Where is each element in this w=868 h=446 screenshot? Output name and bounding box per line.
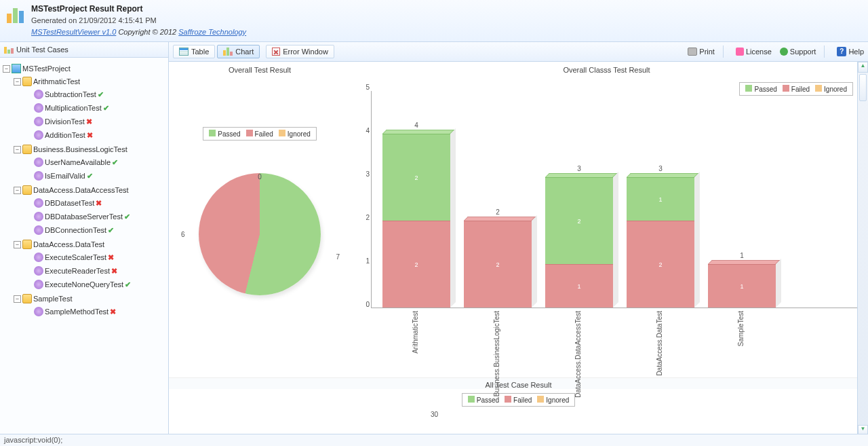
sidebar-title: Unit Test Cases xyxy=(16,45,68,54)
tree-test-node[interactable]: DivisionTest✖ xyxy=(34,115,165,128)
bar-segment-failed: 2 xyxy=(627,221,694,308)
bar-total-label: 4 xyxy=(382,122,450,129)
tree-icon xyxy=(4,45,14,54)
scroll-up-arrow[interactable]: ▲ xyxy=(858,62,868,73)
expand-toggle[interactable]: − xyxy=(14,146,21,153)
x-axis-label: SampleTest xyxy=(737,311,745,346)
x-axis-label: ArithmaticTest xyxy=(412,311,419,354)
sidebar: Unit Test Cases −MSTestProject−Arithmati… xyxy=(0,42,169,436)
copyright-text: Copyright © 2012 xyxy=(118,28,178,36)
tree-test-node[interactable]: SampleMethodTest✖ xyxy=(34,305,165,318)
fail-icon: ✖ xyxy=(96,199,102,208)
row2-legend: Passed Failed Ignored xyxy=(462,393,576,407)
tree-test-node[interactable]: DBConnectionTest✔ xyxy=(34,224,165,236)
generated-on: Generated on 21/09/2012 4:15:41 PM xyxy=(31,15,246,26)
expand-toggle[interactable]: − xyxy=(14,187,21,194)
pie-label-failed: 6 xyxy=(181,231,185,238)
expand-toggle[interactable]: − xyxy=(14,78,21,86)
pass-icon: ✔ xyxy=(103,104,109,113)
test-icon xyxy=(34,171,43,181)
tree-test-node[interactable]: SubtractionTest✔ xyxy=(34,88,165,100)
tree-node-label: MSTestProject xyxy=(22,64,71,73)
row2-axis-tick: 30 xyxy=(431,411,438,418)
tree-test-node[interactable]: ExecuteReaderTest✖ xyxy=(34,265,165,277)
tree-node-label: DivisionTest xyxy=(45,117,85,126)
bar-total-label: 3 xyxy=(627,165,694,172)
tree-node-label: UserNameAvailable xyxy=(45,158,111,166)
pie-chart: 0 6 7 xyxy=(174,173,345,350)
table-icon xyxy=(179,48,189,56)
fail-icon: ✖ xyxy=(110,308,116,316)
app-logo-icon xyxy=(4,3,27,26)
tree-test-node[interactable]: UserNameAvailable✔ xyxy=(34,156,165,168)
test-icon xyxy=(34,130,43,140)
support-button[interactable]: Support xyxy=(780,48,816,56)
chart-button[interactable]: Chart xyxy=(217,45,260,58)
sidebar-header: Unit Test Cases xyxy=(0,42,168,58)
tree-class-node[interactable]: −DataAccess.DataTest xyxy=(14,238,165,250)
class-icon xyxy=(22,77,32,86)
tree-node-label: DBConnectionTest xyxy=(45,226,106,234)
vertical-scrollbar[interactable]: ▲ ▼ xyxy=(857,62,868,436)
expand-toggle[interactable]: − xyxy=(14,295,21,303)
tree-node-label: ArithmaticTest xyxy=(33,77,80,86)
tree-class-node[interactable]: −DataAccess.DataAccessTest xyxy=(14,184,165,196)
class-icon xyxy=(22,145,32,154)
expand-toggle[interactable]: − xyxy=(3,65,10,73)
test-icon xyxy=(34,90,43,99)
class-icon xyxy=(22,185,32,195)
license-button[interactable]: License xyxy=(736,48,772,56)
tree-test-node[interactable]: MultiplicationTest✔ xyxy=(34,102,165,114)
y-tick: 4 xyxy=(366,127,370,134)
tree-node-label: AdditionTest xyxy=(45,131,85,139)
test-icon xyxy=(34,253,43,262)
class-icon xyxy=(22,240,32,249)
tree-test-node[interactable]: DBDatasetTest✖ xyxy=(34,197,165,209)
tree-test-node[interactable]: DBDatabaseServerTest✔ xyxy=(34,210,165,223)
test-tree[interactable]: −MSTestProject−ArithmaticTestSubtraction… xyxy=(0,58,168,436)
tree-test-node[interactable]: IsEmailValid✔ xyxy=(34,170,165,182)
print-icon xyxy=(688,48,697,56)
help-button[interactable]: ?Help xyxy=(837,47,864,56)
toolbar-divider xyxy=(723,45,724,58)
tree-node-label: ExecuteReaderTest xyxy=(45,267,110,275)
tree-class-node[interactable]: −Business.BusinessLogicTest xyxy=(14,143,165,155)
bar-segment-passed: 1 xyxy=(627,177,694,221)
error-window-button[interactable]: Error Window xyxy=(266,45,334,58)
test-icon xyxy=(34,198,43,208)
expand-toggle[interactable]: − xyxy=(14,241,21,248)
bar-chart: 012345 4222232131211 ArithmaticTestBusin… xyxy=(351,91,863,383)
bar-segment-failed: 1 xyxy=(708,264,776,308)
tree-node-label: DataAccess.DataAccessTest xyxy=(33,186,129,194)
pass-icon: ✔ xyxy=(87,172,93,181)
print-button[interactable]: Print xyxy=(688,48,715,56)
scroll-thumb[interactable] xyxy=(859,74,867,101)
tree-node-label: DBDatabaseServerTest xyxy=(45,212,123,221)
fail-icon: ✖ xyxy=(111,267,117,276)
pie-chart-panel: Overall Test Result Passed Failed Ignore… xyxy=(169,62,345,377)
toolbar-divider xyxy=(824,45,825,58)
vendor-link[interactable]: Saffroze Technology xyxy=(178,28,246,36)
y-tick: 0 xyxy=(366,301,370,308)
toolbar: Table Chart Error Window Print License S… xyxy=(169,42,868,62)
tree-root-node[interactable]: −MSTestProject xyxy=(3,62,165,75)
tree-class-node[interactable]: −ArithmaticTest xyxy=(14,75,165,88)
test-icon xyxy=(34,225,43,235)
pass-icon: ✔ xyxy=(98,90,104,99)
bar-chart-panel: Overall Classs Test Result Passed Failed… xyxy=(345,62,868,377)
table-button[interactable]: Table xyxy=(173,45,215,58)
bar-total-label: 2 xyxy=(464,208,532,216)
product-link[interactable]: MSTestResultViewer v1.0 xyxy=(31,28,116,36)
tree-node-label: DBDatasetTest xyxy=(45,199,94,207)
tree-class-node[interactable]: −SampleTest xyxy=(14,293,165,305)
tree-test-node[interactable]: ExecuteScalerTest✖ xyxy=(34,251,165,263)
class-icon xyxy=(22,294,32,303)
test-icon xyxy=(34,280,43,289)
project-icon xyxy=(12,64,21,73)
tree-test-node[interactable]: AdditionTest✖ xyxy=(34,129,165,141)
test-icon xyxy=(34,266,43,276)
tree-node-label: ExecuteScalerTest xyxy=(45,253,106,261)
tree-test-node[interactable]: ExecuteNoneQueryTest✔ xyxy=(34,278,165,291)
test-icon xyxy=(34,157,43,167)
test-icon xyxy=(34,103,43,113)
